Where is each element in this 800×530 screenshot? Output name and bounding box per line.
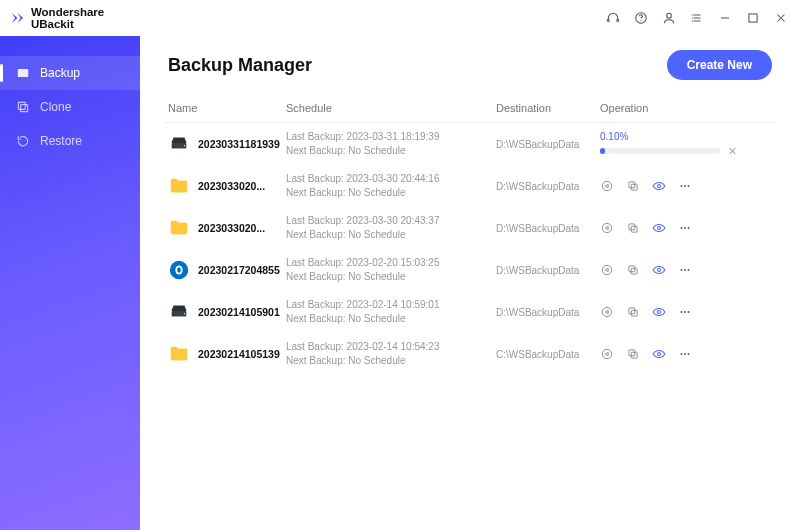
- svg-point-18: [688, 185, 690, 187]
- help-icon[interactable]: [634, 11, 648, 25]
- svg-rect-31: [631, 268, 637, 274]
- sidebar-item-label: Backup: [40, 66, 80, 80]
- svg-rect-47: [631, 352, 637, 358]
- copy-icon[interactable]: [626, 221, 640, 235]
- restore-icon[interactable]: [600, 221, 614, 235]
- svg-point-25: [688, 227, 690, 229]
- sidebar-item-backup[interactable]: Backup: [0, 56, 140, 90]
- backup-name: 20230214105901: [198, 306, 280, 318]
- svg-point-42: [681, 311, 683, 313]
- backup-name: 20230214105139: [198, 348, 280, 360]
- svg-rect-1: [18, 102, 25, 109]
- next-backup: Next Backup: No Schedule: [286, 270, 496, 284]
- last-backup: Last Backup: 2023-02-20 15:03:25: [286, 256, 496, 270]
- cell-destination: D:\WSBackupData: [496, 181, 600, 192]
- more-icon[interactable]: [678, 179, 692, 193]
- svg-point-15: [658, 185, 661, 188]
- next-backup: Next Backup: No Schedule: [286, 354, 496, 368]
- svg-point-11: [184, 145, 185, 146]
- cell-operation: [600, 305, 772, 319]
- restore-icon: [16, 134, 30, 148]
- cell-name: 20230214105901: [168, 301, 286, 323]
- support-icon[interactable]: [606, 11, 620, 25]
- view-icon[interactable]: [652, 263, 666, 277]
- svg-point-51: [688, 353, 690, 355]
- create-new-button[interactable]: Create New: [667, 50, 772, 80]
- progress-bar: [600, 148, 720, 154]
- col-operation: Operation: [600, 102, 772, 114]
- svg-point-4: [640, 20, 641, 21]
- copy-icon[interactable]: [626, 305, 640, 319]
- minimize-icon[interactable]: [718, 11, 732, 25]
- cell-schedule: Last Backup: 2023-02-20 15:03:25 Next Ba…: [286, 256, 496, 284]
- folder-icon: [168, 217, 190, 239]
- view-icon[interactable]: [652, 179, 666, 193]
- svg-rect-21: [631, 226, 637, 232]
- svg-point-6: [692, 15, 693, 16]
- backup-icon: [16, 66, 30, 80]
- sidebar-item-clone[interactable]: Clone: [0, 90, 140, 124]
- view-icon[interactable]: [652, 347, 666, 361]
- svg-point-45: [602, 349, 611, 358]
- cell-name: 20230217204855: [168, 259, 286, 281]
- svg-point-28: [177, 267, 181, 273]
- header: Backup Manager Create New: [140, 36, 800, 88]
- more-icon[interactable]: [678, 347, 692, 361]
- svg-point-35: [688, 269, 690, 271]
- disk-icon: [168, 133, 190, 155]
- svg-point-49: [681, 353, 683, 355]
- col-schedule: Schedule: [286, 102, 496, 114]
- cell-operation: [600, 221, 772, 235]
- account-icon[interactable]: [662, 11, 676, 25]
- svg-point-33: [681, 269, 683, 271]
- cell-name: 20230331181939: [168, 133, 286, 155]
- cancel-icon[interactable]: ✕: [728, 145, 737, 158]
- svg-point-34: [684, 269, 686, 271]
- svg-rect-13: [629, 182, 635, 188]
- menu-icon[interactable]: [690, 11, 704, 25]
- outlook-icon: [168, 259, 190, 281]
- restore-icon[interactable]: [600, 263, 614, 277]
- view-icon[interactable]: [652, 305, 666, 319]
- last-backup: Last Backup: 2023-03-31 18:19:39: [286, 130, 496, 144]
- restore-icon[interactable]: [600, 179, 614, 193]
- brand-logo-icon: [10, 9, 25, 27]
- svg-point-48: [658, 353, 661, 356]
- next-backup: Next Backup: No Schedule: [286, 186, 496, 200]
- restore-icon[interactable]: [600, 347, 614, 361]
- more-icon[interactable]: [678, 305, 692, 319]
- cell-schedule: Last Backup: 2023-03-31 18:19:39 Next Ba…: [286, 130, 496, 158]
- copy-icon[interactable]: [626, 179, 640, 193]
- restore-icon[interactable]: [600, 305, 614, 319]
- cell-destination: C:\WSBackupData: [496, 349, 600, 360]
- cell-schedule: Last Backup: 2023-02-14 10:59:01 Next Ba…: [286, 298, 496, 326]
- next-backup: Next Backup: No Schedule: [286, 228, 496, 242]
- brand-name: Wondershare UBackit: [31, 6, 130, 30]
- svg-rect-14: [631, 184, 637, 190]
- cell-operation: [600, 179, 772, 193]
- sidebar-item-restore[interactable]: Restore: [0, 124, 140, 158]
- maximize-icon[interactable]: [746, 11, 760, 25]
- view-icon[interactable]: [652, 221, 666, 235]
- cell-schedule: Last Backup: 2023-03-30 20:43:37 Next Ba…: [286, 214, 496, 242]
- cell-schedule: Last Backup: 2023-02-14 10:54:23 Next Ba…: [286, 340, 496, 368]
- more-icon[interactable]: [678, 221, 692, 235]
- svg-rect-39: [629, 308, 635, 314]
- table-row: 2023033020... Last Backup: 2023-03-30 20…: [164, 165, 776, 207]
- table-header: Name Schedule Destination Operation: [164, 94, 776, 123]
- cell-destination: D:\WSBackupData: [496, 223, 600, 234]
- more-icon[interactable]: [678, 263, 692, 277]
- close-icon[interactable]: [774, 11, 788, 25]
- copy-icon[interactable]: [626, 263, 640, 277]
- svg-point-32: [658, 269, 661, 272]
- svg-point-22: [658, 227, 661, 230]
- folder-icon: [168, 175, 190, 197]
- sidebar-item-label: Clone: [40, 100, 71, 114]
- brand: Wondershare UBackit: [0, 0, 140, 36]
- svg-point-16: [681, 185, 683, 187]
- svg-point-24: [684, 227, 686, 229]
- next-backup: Next Backup: No Schedule: [286, 312, 496, 326]
- svg-rect-2: [21, 105, 28, 112]
- svg-point-19: [602, 223, 611, 232]
- copy-icon[interactable]: [626, 347, 640, 361]
